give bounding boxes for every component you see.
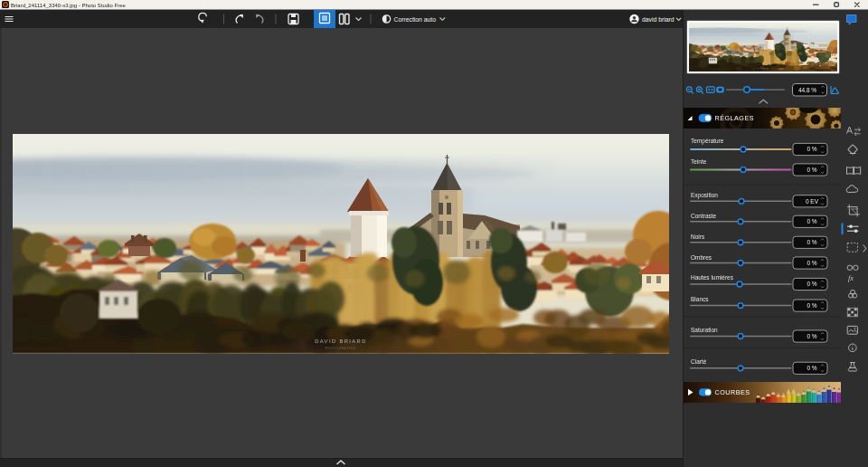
svg-text:Ombres: Ombres xyxy=(691,254,712,261)
svg-text:Teinte: Teinte xyxy=(691,158,707,165)
svg-text:44.8 %: 44.8 % xyxy=(798,87,816,93)
svg-text:0 %: 0 % xyxy=(807,260,816,266)
svg-text:Température: Température xyxy=(691,138,724,145)
svg-text:0 %: 0 % xyxy=(807,218,816,224)
svg-text:fx: fx xyxy=(848,273,854,282)
svg-text:0 %: 0 % xyxy=(807,302,816,309)
svg-text:0 %: 0 % xyxy=(807,167,816,173)
svg-text:Clarté: Clarté xyxy=(691,358,707,365)
svg-text:DAVID BRIARD: DAVID BRIARD xyxy=(315,338,367,344)
svg-text:0 %: 0 % xyxy=(807,365,816,371)
svg-text:0 %: 0 % xyxy=(807,239,816,245)
svg-text:0 %: 0 % xyxy=(807,146,816,152)
svg-text:RÉGLAGES: RÉGLAGES xyxy=(715,114,755,122)
svg-text:Contraste: Contraste xyxy=(691,213,717,219)
svg-text:0 %: 0 % xyxy=(807,333,816,339)
svg-text:Saturation: Saturation xyxy=(691,327,718,333)
svg-text:COURBES: COURBES xyxy=(715,388,750,396)
svg-text:Correction auto: Correction auto xyxy=(394,16,437,23)
svg-text:PHOTOGRAPHIE: PHOTOGRAPHIE xyxy=(326,347,356,350)
svg-text:0 %: 0 % xyxy=(807,281,816,287)
svg-text:Blancs: Blancs xyxy=(691,296,709,302)
svg-text:david briard: david briard xyxy=(642,16,675,23)
svg-text:Noirs: Noirs xyxy=(691,234,705,240)
svg-text:0 EV: 0 EV xyxy=(806,198,819,205)
svg-text:Exposition: Exposition xyxy=(691,192,718,199)
svg-text:Hautes lumières: Hautes lumières xyxy=(691,274,734,281)
